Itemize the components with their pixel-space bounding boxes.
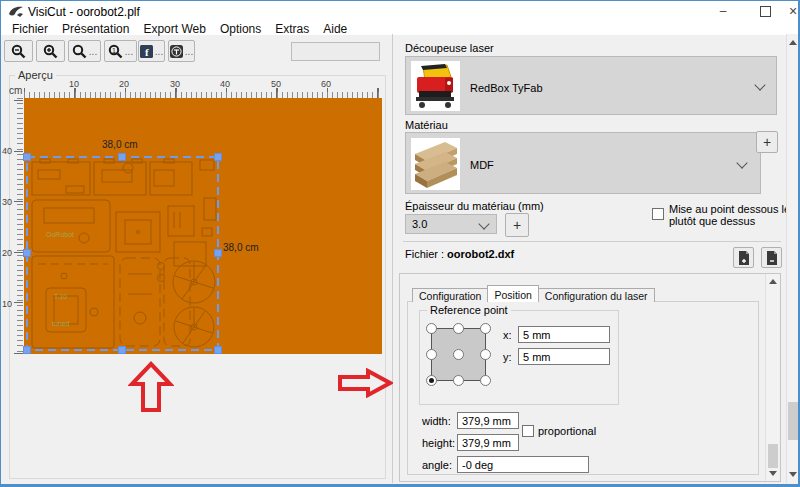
thickness-select[interactable]: 3.0 <box>405 214 497 234</box>
zoom-in-icon <box>43 44 58 59</box>
title-bar: VisiCut - oorobot2.plf – × <box>1 1 798 23</box>
minimize-button[interactable]: – <box>706 1 740 23</box>
add-material-button[interactable]: + <box>756 131 778 153</box>
height-input[interactable] <box>457 434 519 451</box>
width-input[interactable] <box>457 412 519 429</box>
ref-point-top-left[interactable] <box>426 323 437 334</box>
focus-below-label-line1: Mise au point dessous le matériau, <box>669 203 800 215</box>
proportional-checkbox[interactable] <box>522 425 534 437</box>
tab-panel-scrollbar[interactable] <box>765 274 779 481</box>
v-ruler-tick-20: 20 <box>2 248 12 258</box>
thingiverse-icon <box>170 45 183 58</box>
scrollbar-thumb[interactable] <box>768 444 778 468</box>
scroll-up-arrow[interactable] <box>769 279 777 284</box>
zoom-in-button[interactable] <box>36 40 65 62</box>
selection-height-label: 38,0 cm <box>223 242 259 253</box>
y-input[interactable] <box>518 348 610 365</box>
vertical-ruler-minor-ticks <box>17 98 23 355</box>
ref-point-bottom-right[interactable] <box>480 375 491 386</box>
material-select[interactable]: MDF <box>405 132 761 194</box>
selection-handle[interactable] <box>214 249 222 257</box>
menu-bar: Fichier Présentation Export Web Options … <box>1 23 798 35</box>
separator <box>403 241 781 242</box>
material-image <box>411 138 460 190</box>
add-file-icon <box>738 251 750 265</box>
file-name: oorobot2.dxf <box>447 248 514 260</box>
tab-position[interactable]: Position <box>487 285 538 302</box>
ruler-unit-label: cm <box>9 85 22 96</box>
h-ruler-tick-50: 50 <box>271 79 281 89</box>
zoom-out-icon <box>11 44 26 59</box>
ellipsis-label: ... <box>89 46 97 57</box>
selection-handle[interactable] <box>214 346 222 354</box>
tab-configuration[interactable]: Configuration <box>412 288 488 302</box>
menu-presentation[interactable]: Présentation <box>55 23 136 35</box>
zoom-fit-button[interactable]: ... <box>68 40 101 62</box>
ref-point-center[interactable] <box>453 349 464 360</box>
add-file-button[interactable] <box>733 247 754 268</box>
scrollbar-thumb[interactable] <box>788 402 798 440</box>
h-ruler-tick-10: 10 <box>69 79 79 89</box>
annotation-arrow-up <box>128 361 174 413</box>
laser-cutter-select[interactable]: RedBox TyFab <box>405 56 777 115</box>
ref-point-middle-right[interactable] <box>480 349 491 360</box>
remove-file-icon <box>766 251 778 265</box>
menu-fichier[interactable]: Fichier <box>5 23 55 35</box>
reference-point-group-label: Reference point <box>427 304 511 316</box>
tab-configuration-du-laser[interactable]: Configuration du laser <box>538 288 655 302</box>
ellipsis-label: ... <box>185 46 193 57</box>
material-value: MDF <box>470 159 494 171</box>
preview-group-label: Aperçu <box>15 69 56 81</box>
v-ruler-tick-30: 30 <box>2 197 12 207</box>
selection-outline <box>24 98 382 354</box>
file-label: Fichier : <box>405 248 444 260</box>
app-icon <box>8 5 24 19</box>
laser-cutter-label: Découpeuse laser <box>405 42 494 54</box>
selection-handle[interactable] <box>23 249 31 257</box>
selection-handle[interactable] <box>23 153 31 161</box>
zoom-out-button[interactable] <box>4 40 33 62</box>
x-label: x: <box>503 329 512 341</box>
menu-export-web[interactable]: Export Web <box>136 23 212 35</box>
menu-options[interactable]: Options <box>213 23 268 35</box>
add-thickness-button[interactable]: + <box>505 213 529 237</box>
selection-handle[interactable] <box>118 346 126 354</box>
angle-input[interactable] <box>457 456 589 473</box>
selection-handle[interactable] <box>23 346 31 354</box>
chevron-down-icon <box>754 79 765 90</box>
scroll-up-arrow[interactable] <box>789 40 797 45</box>
remove-file-button[interactable] <box>761 247 782 268</box>
laser-cutter-image <box>411 61 460 111</box>
ref-point-bottom-center[interactable] <box>453 375 464 386</box>
x-input[interactable] <box>518 326 610 343</box>
ref-point-middle-left[interactable] <box>426 349 437 360</box>
ref-point-top-center[interactable] <box>453 323 464 334</box>
thingiverse-button[interactable]: ... <box>168 40 195 62</box>
angle-label: angle: <box>422 459 452 471</box>
scroll-down-arrow[interactable] <box>789 472 797 477</box>
panel-splitter[interactable] <box>392 34 393 483</box>
selection-handle[interactable] <box>214 153 222 161</box>
menu-aide[interactable]: Aide <box>316 23 354 35</box>
tab-strip: Configuration Position Configuration du … <box>412 285 654 302</box>
ref-point-bottom-left[interactable] <box>426 375 437 386</box>
ref-point-top-right[interactable] <box>480 323 491 334</box>
selection-handle[interactable] <box>118 153 126 161</box>
svg-text:1: 1 <box>112 47 116 54</box>
scroll-down-arrow[interactable] <box>769 471 777 476</box>
menu-extras[interactable]: Extras <box>268 23 316 35</box>
zoom-actual-size-button[interactable]: 1 ... <box>104 40 137 62</box>
annotation-arrow-right <box>337 368 393 398</box>
selection-width-label: 38,0 cm <box>102 139 138 150</box>
laser-bed-canvas[interactable]: OoRobot T.10 tuned 38,0 cm 38,0 cm <box>24 98 382 354</box>
ellipsis-label: ... <box>155 46 163 57</box>
close-button[interactable]: × <box>776 1 800 23</box>
focus-below-checkbox[interactable] <box>652 208 664 220</box>
facebook-share-button[interactable]: f ... <box>138 40 165 62</box>
facebook-icon: f <box>140 45 153 58</box>
h-ruler-tick-40: 40 <box>220 79 230 89</box>
proportional-label: proportional <box>538 425 596 437</box>
right-panel-scrollbar[interactable] <box>786 34 799 483</box>
svg-text:f: f <box>145 46 149 58</box>
width-label: width: <box>422 415 451 427</box>
